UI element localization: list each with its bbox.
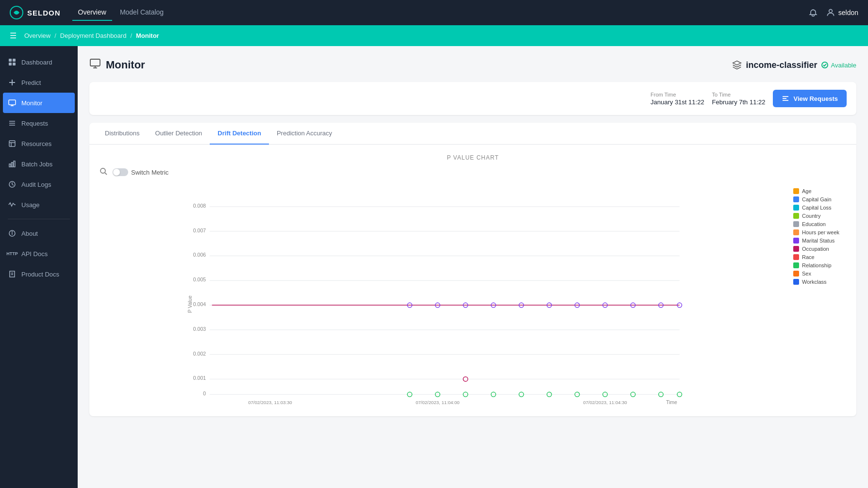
svg-text:07/02/2023, 11:04:30: 07/02/2023, 11:04:30 [583,400,627,405]
main-layout: Dashboard Predict Monitor Requests Resou… [0,46,868,488]
box-icon [8,139,17,148]
svg-text:0.004: 0.004 [193,301,206,307]
page-title: Monitor [89,58,145,72]
tab-prediction-accuracy[interactable]: Prediction Accuracy [269,123,340,145]
svg-line-22 [12,184,14,185]
svg-text:07/02/2023, 11:03:30: 07/02/2023, 11:03:30 [248,400,292,405]
svg-rect-17 [9,164,11,167]
svg-line-36 [105,173,107,175]
breadcrumb-overview[interactable]: Overview [24,32,50,39]
legend-dot [793,246,799,252]
legend-item-capital-loss: Capital Loss [793,205,847,211]
svg-point-35 [100,168,105,173]
sidebar-item-usage[interactable]: Usage [0,195,78,215]
svg-rect-14 [9,141,15,146]
legend-item-sex: Sex [793,271,847,277]
svg-text:07/02/2023, 11:04:00: 07/02/2023, 11:04:00 [416,400,460,405]
controls-bar: From Time January 31st 11:22 To Time Feb… [89,82,856,115]
sidebar-label-usage: Usage [21,201,40,209]
legend-dot [793,238,799,244]
legend-dot [793,188,799,194]
toggle-pill[interactable] [113,168,128,176]
svg-rect-2 [9,59,12,62]
switch-metric-toggle[interactable]: Switch Metric [113,168,168,176]
legend-item-country: Country [793,213,847,219]
top-nav-right: seldon [808,8,858,17]
chart-title: P VALUE CHART [99,154,847,161]
tabs-bar: Distributions Outlier Detection Drift De… [89,123,856,145]
legend-dot [793,213,799,219]
info-icon [8,229,17,238]
svg-text:0.003: 0.003 [193,326,206,332]
legend-item-education: Education [793,221,847,227]
sidebar-label-audit-logs: Audit Logs [21,181,51,188]
svg-point-25 [12,232,13,232]
list-icon [782,95,789,102]
sidebar-label-product-docs: Product Docs [21,271,59,278]
legend-dot [793,254,799,260]
legend-dot [793,196,799,202]
page-header: Monitor income-classifier Available [89,58,856,72]
sidebar-item-audit-logs[interactable]: Audit Logs [0,174,78,195]
toggle-inner [113,169,120,176]
deployment-icon [732,60,742,70]
chart-legend: AgeCapital GainCapital LossCountryEducat… [793,183,847,285]
chart-container: P VALUE CHART Switch Metric 0.008 0.007 [89,145,856,416]
nav-model-catalog[interactable]: Model Catalog [114,4,169,21]
svg-text:0.001: 0.001 [193,375,206,381]
svg-text:0.002: 0.002 [193,351,206,357]
sidebar-label-predict: Predict [21,79,41,86]
sidebar-item-product-docs[interactable]: Product Docs [0,264,78,284]
sidebar-label-resources: Resources [21,140,51,147]
tab-distributions[interactable]: Distributions [97,123,148,145]
chart-svg-wrapper: 0.008 0.007 0.006 0.005 0.004 0.003 0.00… [99,183,847,407]
sidebar-label-dashboard: Dashboard [21,59,52,66]
legend-item-occupation: Occupation [793,246,847,252]
user-menu[interactable]: seldon [826,8,858,17]
view-requests-button[interactable]: View Requests [773,90,847,107]
svg-rect-28 [90,59,100,66]
tab-outlier-detection[interactable]: Outlier Detection [148,123,210,145]
sidebar-item-resources[interactable]: Resources [0,133,78,154]
sidebar-item-requests[interactable]: Requests [0,113,78,133]
sidebar-item-dashboard[interactable]: Dashboard [0,52,78,72]
chart-search-icon[interactable] [99,167,108,178]
legend-item-marital-status: Marital Status [793,238,847,244]
chart-toolbar: Switch Metric [99,167,847,178]
sidebar-item-about[interactable]: About [0,223,78,244]
plus-icon [8,78,17,87]
list-icon [8,119,17,128]
sidebar: Dashboard Predict Monitor Requests Resou… [0,46,78,488]
legend-dot [793,262,799,268]
sidebar-label-about: About [21,230,38,237]
check-icon [821,61,829,69]
tab-drift-detection[interactable]: Drift Detection [210,123,269,145]
sidebar-item-batch-jobs[interactable]: Batch Jobs [0,154,78,174]
sidebar-item-api-docs[interactable]: HTTP API Docs [0,244,78,264]
breadcrumb-bar: ☰ Overview / Deployment Dashboard / Moni… [0,25,868,46]
breadcrumb-monitor[interactable]: Monitor [136,32,159,39]
sidebar-divider [8,219,70,219]
hamburger-icon[interactable]: ☰ [10,31,17,40]
sidebar-label-monitor: Monitor [21,99,42,107]
deployment-info: income-classifier Available [732,60,856,70]
breadcrumb-deployment[interactable]: Deployment Dashboard [60,32,127,39]
legend-dot [793,229,799,235]
svg-text:0.006: 0.006 [193,252,206,258]
legend-item-hours-per-week: Hours per week [793,229,847,235]
main-content: Monitor income-classifier Available From… [78,46,868,488]
sidebar-item-predict[interactable]: Predict [0,72,78,93]
legend-dot [793,279,799,285]
book-icon [8,270,17,278]
svg-rect-3 [13,59,16,62]
logo[interactable]: SELDON [10,6,61,19]
sidebar-label-requests: Requests [21,120,48,127]
nav-overview[interactable]: Overview [72,4,112,21]
notification-icon[interactable] [808,8,818,17]
svg-rect-18 [12,163,13,167]
sidebar-label-batch-jobs: Batch Jobs [21,161,52,168]
from-time-field: From Time January 31st 11:22 [651,92,704,106]
sidebar-item-monitor[interactable]: Monitor [3,93,75,113]
p-value-chart: 0.008 0.007 0.006 0.005 0.004 0.003 0.00… [99,183,785,407]
to-time-field: To Time February 7th 11:22 [712,92,766,106]
